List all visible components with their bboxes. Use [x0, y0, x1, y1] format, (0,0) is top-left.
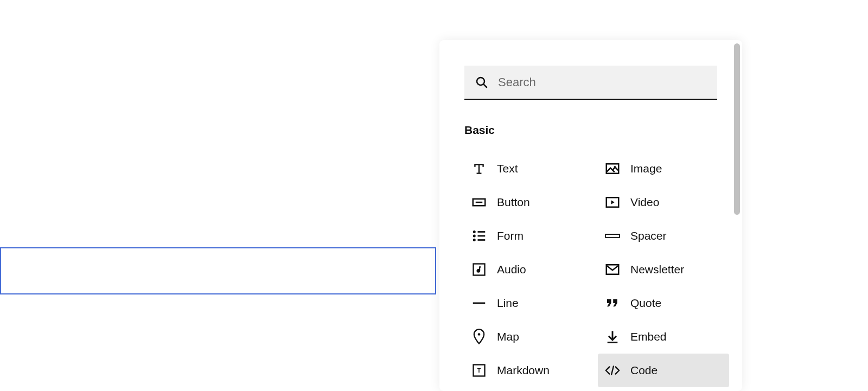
svg-point-17: [478, 333, 481, 336]
block-video[interactable]: Video: [598, 185, 729, 219]
block-quote[interactable]: Quote: [598, 286, 729, 320]
markdown-icon: T: [471, 362, 487, 379]
block-form[interactable]: Form: [464, 219, 596, 253]
block-line[interactable]: Line: [464, 286, 596, 320]
search-icon: [475, 76, 488, 89]
form-icon: [471, 228, 487, 244]
svg-text:T: T: [477, 367, 481, 374]
block-grid: Text Image: [464, 152, 717, 387]
svg-point-7: [473, 230, 476, 233]
search-input[interactable]: [498, 75, 706, 89]
block-code[interactable]: Code: [598, 354, 729, 387]
block-newsletter[interactable]: Newsletter: [598, 253, 729, 286]
block-text[interactable]: Text: [464, 152, 596, 185]
video-icon: [604, 194, 621, 210]
block-image[interactable]: Image: [598, 152, 729, 185]
block-embed[interactable]: Embed: [598, 320, 729, 354]
code-icon: [604, 362, 621, 379]
map-icon: [471, 329, 487, 345]
block-label: Spacer: [630, 229, 667, 242]
embed-icon: [604, 329, 621, 345]
block-map[interactable]: Map: [464, 320, 596, 354]
audio-icon: [471, 261, 487, 278]
section-title: Basic: [464, 124, 717, 137]
selected-content-block[interactable]: [0, 247, 436, 294]
block-label: Form: [497, 229, 524, 242]
newsletter-icon: [604, 261, 621, 278]
block-markdown[interactable]: T Markdown: [464, 354, 596, 387]
block-label: Button: [497, 196, 530, 209]
block-label: Audio: [497, 263, 526, 276]
block-label: Line: [497, 297, 519, 310]
block-button[interactable]: Button: [464, 185, 596, 219]
block-picker-panel: Basic Text Image: [439, 40, 742, 391]
block-label: Video: [630, 196, 659, 209]
search-box[interactable]: [464, 66, 717, 100]
block-label: Image: [630, 162, 662, 175]
spacer-icon: [604, 228, 621, 244]
svg-rect-13: [605, 234, 620, 238]
block-label: Code: [630, 364, 658, 377]
button-icon: [471, 194, 487, 210]
line-icon: [471, 295, 487, 311]
image-icon: [604, 161, 621, 177]
scrollbar-thumb[interactable]: [734, 43, 740, 215]
block-label: Newsletter: [630, 263, 684, 276]
svg-point-9: [473, 235, 476, 238]
svg-line-1: [484, 84, 487, 87]
svg-point-11: [473, 239, 476, 241]
block-label: Map: [497, 330, 519, 343]
block-audio[interactable]: Audio: [464, 253, 596, 286]
block-label: Markdown: [497, 364, 550, 377]
block-label: Text: [497, 162, 518, 175]
block-label: Embed: [630, 330, 667, 343]
text-icon: [471, 161, 487, 177]
block-label: Quote: [630, 297, 661, 310]
block-spacer[interactable]: Spacer: [598, 219, 729, 253]
quote-icon: [604, 295, 621, 311]
svg-line-22: [611, 367, 614, 375]
